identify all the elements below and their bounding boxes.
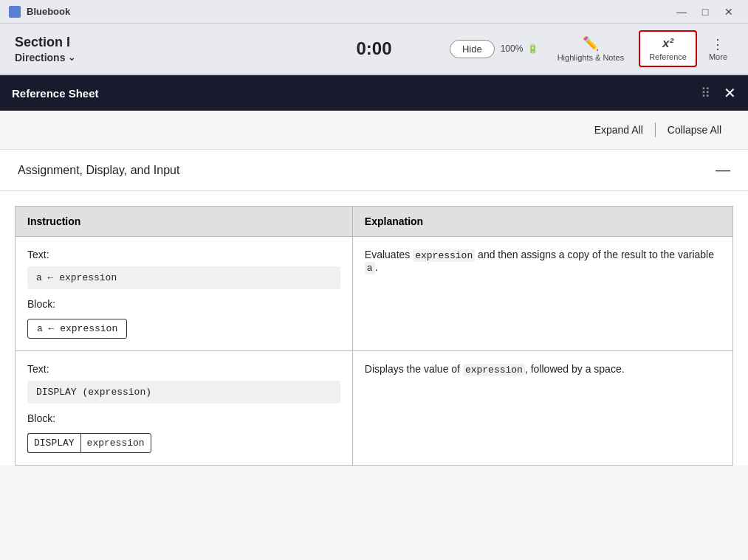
row2-display-keyword: DISPLAY (27, 433, 80, 453)
content-area: Expand All Collapse All Assignment, Disp… (0, 111, 748, 560)
more-button[interactable]: ⋮ More (703, 32, 733, 66)
header-right: Hide 100% 🔋 ✏️ Highlights & Notes x² Ref… (450, 30, 733, 67)
highlights-notes-button[interactable]: ✏️ Highlights & Notes (549, 31, 634, 66)
expand-all-button[interactable]: Expand All (583, 120, 655, 140)
row2-block-label: Block: (27, 412, 340, 424)
ref-sheet-title: Reference Sheet (12, 87, 99, 100)
table-row: Text: a ← expression Block: a ← expressi… (16, 237, 733, 351)
highlights-icon: ✏️ (583, 35, 599, 52)
more-label: More (709, 52, 727, 61)
reference-label: Reference (649, 52, 687, 61)
accordion-section: Assignment, Display, and Input — Instruc… (0, 150, 748, 466)
toolbar-row: Expand All Collapse All (0, 111, 748, 150)
col-instruction: Instruction (16, 207, 353, 237)
maximize-button[interactable]: □ (695, 4, 716, 20)
window-controls: — □ ✕ (671, 4, 739, 20)
header-bar: Section I Directions ⌄ 0:00 Hide 100% 🔋 … (0, 24, 748, 75)
table-row: Text: DISPLAY (expression) Block: DISPLA… (16, 351, 733, 466)
row1-explanation-cell: Evaluates expression and then assigns a … (352, 237, 732, 351)
reference-sheet-header: Reference Sheet ⠿ ✕ (0, 75, 748, 111)
accordion-title: Assignment, Display, and Input (18, 164, 179, 177)
reference-icon: x² (662, 36, 673, 51)
title-bar: Bluebook — □ ✕ (0, 0, 748, 24)
directions-label: Directions (15, 52, 65, 63)
timer-display: 0:00 (356, 38, 391, 59)
row1-text-code: a ← expression (27, 266, 340, 289)
reference-table: Instruction Explanation Text: a ← expres… (15, 206, 733, 466)
col-explanation: Explanation (352, 207, 732, 237)
row2-display-arg: expression (80, 433, 151, 453)
drag-handle-icon: ⠿ (701, 85, 712, 101)
row2-block-display: DISPLAY expression (27, 433, 151, 453)
row1-exp-code2: a (365, 262, 375, 274)
row1-instruction-cell: Text: a ← expression Block: a ← expressi… (16, 237, 353, 351)
app-title: Bluebook (27, 6, 70, 17)
more-dots-icon: ⋮ (711, 36, 725, 52)
close-button[interactable]: ✕ (718, 4, 739, 20)
section-label: Section I (15, 35, 75, 50)
accordion-header[interactable]: Assignment, Display, and Input — (0, 150, 748, 191)
collapse-all-button[interactable]: Collapse All (656, 120, 733, 140)
row2-exp-code: expression (463, 364, 525, 376)
scrollable-content[interactable]: Assignment, Display, and Input — Instruc… (0, 150, 748, 560)
row1-block-label: Block: (27, 298, 340, 310)
battery-display: 100% 🔋 (501, 44, 538, 54)
row2-instruction-cell: Text: DISPLAY (expression) Block: DISPLA… (16, 351, 353, 466)
row1-block-code: a ← expression (27, 319, 127, 339)
row1-exp-code1: expression (413, 249, 475, 262)
ref-sheet-controls: ⠿ ✕ (701, 84, 736, 102)
row2-text-code: DISPLAY (expression) (27, 381, 340, 404)
highlights-label: Highlights & Notes (557, 53, 625, 62)
app-icon (9, 6, 21, 18)
chevron-down-icon: ⌄ (68, 52, 75, 63)
minimize-button[interactable]: — (671, 4, 692, 20)
directions-button[interactable]: Directions ⌄ (15, 52, 75, 63)
reference-button[interactable]: x² Reference (639, 30, 697, 67)
row2-text-label: Text: (27, 363, 340, 375)
close-ref-button[interactable]: ✕ (724, 84, 736, 102)
battery-percent: 100% (501, 44, 524, 54)
row1-text-label: Text: (27, 249, 340, 260)
battery-icon: 🔋 (527, 44, 538, 54)
accordion-toggle-icon: — (716, 162, 730, 179)
app-title-area: Bluebook (9, 6, 70, 18)
hide-button[interactable]: Hide (450, 40, 495, 58)
row2-explanation-cell: Displays the value of expression, follow… (352, 351, 732, 466)
